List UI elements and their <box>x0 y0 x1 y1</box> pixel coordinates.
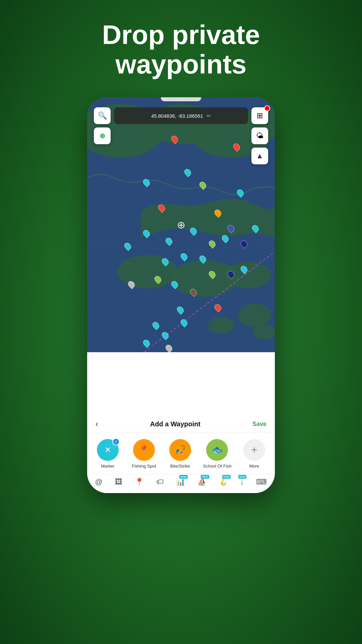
waypoint-header: ‹ Add a Waypoint Save <box>87 413 275 432</box>
nav-item-8[interactable]: ⌨ <box>256 478 267 486</box>
waypoint-label-more: More <box>249 464 259 469</box>
nav-item-1[interactable]: 🖼 <box>115 478 122 486</box>
nav-icon-1: 🖼 <box>115 478 122 486</box>
header-line2: waypoints <box>0 50 362 79</box>
svg-point-5 <box>117 255 178 288</box>
map-controls-right: ⊞ 🌤 ▲ <box>251 107 268 164</box>
phone-notch <box>161 97 201 101</box>
nav-icon-8: ⌨ <box>256 478 267 486</box>
waypoint-title: Add a Waypoint <box>150 420 200 428</box>
waypoint-label-marker: Marker <box>101 464 114 469</box>
nav-item-5[interactable]: NEW⛵ <box>197 478 206 486</box>
waypoint-type-school-of-fish[interactable]: 🐟School Of Fish <box>203 439 231 469</box>
navigate-icon: ▲ <box>256 152 263 160</box>
edit-coord-icon[interactable]: ✏ <box>206 113 211 119</box>
bottom-panel: ‹ Add a Waypoint Save ✕✓Marker📍Fishing S… <box>87 413 275 493</box>
map-controls-left: 🔍 ⊕ <box>94 107 111 144</box>
nav-icon-5: ⛵ <box>197 478 206 486</box>
waypoint-label-bite-strike: Bite/Strike <box>170 464 190 469</box>
new-badge: NEW <box>238 475 247 479</box>
weather-button[interactable]: 🌤 <box>251 127 268 144</box>
coordinates-text: 45.804836, -83.186561 <box>151 113 203 119</box>
navigate-button[interactable]: ▲ <box>251 148 268 164</box>
nav-icon-3: 🏷 <box>156 478 164 486</box>
search-icon: 🔍 <box>98 111 107 120</box>
waypoint-type-more[interactable]: +More <box>241 439 267 469</box>
layers-button[interactable]: ⊞ <box>251 107 268 124</box>
nav-item-6[interactable]: NEW🪝 <box>219 478 228 486</box>
nav-icon-4: 📊 <box>176 478 185 486</box>
nav-item-7[interactable]: NEW↓ <box>240 478 244 486</box>
back-button[interactable]: ‹ <box>96 419 98 429</box>
nav-item-0[interactable]: @ <box>95 478 102 486</box>
nav-icon-0: @ <box>95 478 102 486</box>
new-badge: NEW <box>179 475 188 479</box>
new-badge: NEW <box>201 475 209 479</box>
waypoint-label-school-of-fish: School Of Fish <box>203 464 231 469</box>
waypoint-types: ✕✓Marker📍Fishing Spot🎣Bite/Strike🐟School… <box>87 432 275 474</box>
waypoint-type-fishing-spot[interactable]: 📍Fishing Spot <box>130 439 157 469</box>
layers-badge <box>264 105 270 111</box>
coordinate-bar[interactable]: 45.804836, -83.186561 ✏ <box>114 107 248 124</box>
search-button[interactable]: 🔍 <box>94 107 111 124</box>
new-badge: NEW <box>222 475 231 479</box>
nav-item-2[interactable]: 📍 <box>135 478 144 486</box>
nav-icon-2: 📍 <box>135 478 144 486</box>
map-area: 45.804836, -83.186561 ✏ 🔍 ⊕ ⊞ 🌤 ▲ <box>87 97 275 352</box>
nav-icon-7: ↓ <box>240 478 244 486</box>
header-text: Drop private waypoints <box>0 20 362 79</box>
waypoint-label-fishing-spot: Fishing Spot <box>132 464 156 469</box>
nav-item-4[interactable]: NEW📊 <box>176 478 185 486</box>
save-button[interactable]: Save <box>252 421 266 428</box>
add-waypoint-button[interactable]: ⊕ <box>94 127 111 144</box>
header-line1: Drop private <box>0 20 362 50</box>
phone-frame: 45.804836, -83.186561 ✏ 🔍 ⊕ ⊞ 🌤 ▲ <box>87 97 275 493</box>
svg-point-9 <box>208 317 235 334</box>
nav-icon-6: 🪝 <box>219 478 228 486</box>
bottom-nav: @🖼📍🏷NEW📊NEW⛵NEW🪝NEW↓⌨ <box>87 474 275 493</box>
weather-icon: 🌤 <box>256 131 263 140</box>
svg-point-8 <box>238 304 272 327</box>
nav-item-3[interactable]: 🏷 <box>156 478 164 486</box>
waypoint-type-bite-strike[interactable]: 🎣Bite/Strike <box>167 439 193 469</box>
layers-icon: ⊞ <box>257 111 263 120</box>
add-waypoint-icon: ⊕ <box>100 132 105 140</box>
map-crosshair: ⊕ <box>177 219 185 231</box>
waypoint-type-marker[interactable]: ✕✓Marker <box>94 439 121 469</box>
